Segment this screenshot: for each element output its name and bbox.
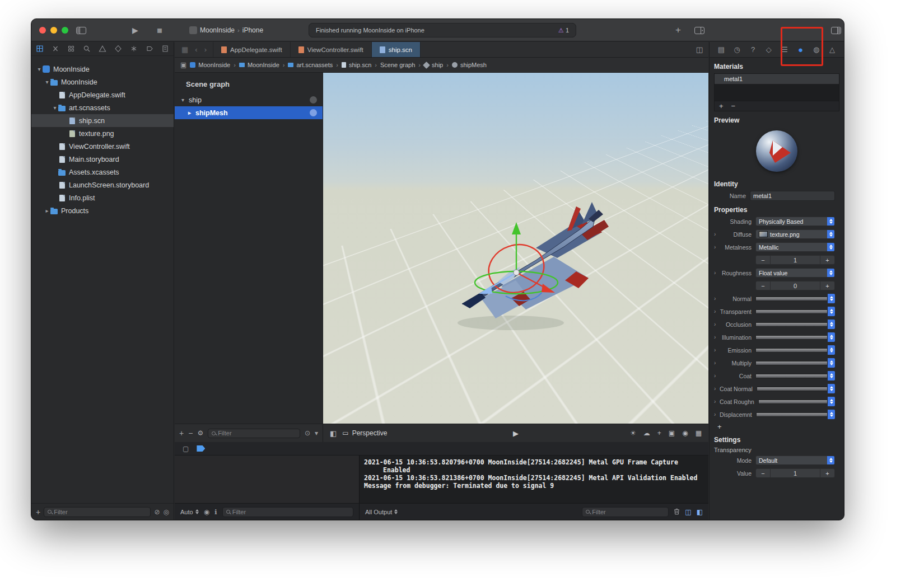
coat-roughness-control[interactable] [758, 397, 835, 406]
disclosure-icon[interactable]: › [714, 270, 720, 276]
breadcrumb-item[interactable]: ship.scn [342, 62, 371, 68]
navigator-filter-field[interactable]: Filter [44, 507, 151, 517]
related-items-icon[interactable]: ▣ [180, 61, 186, 69]
scene-node-ship[interactable]: ▾ ship [175, 93, 323, 106]
toggle-console-view-icon[interactable]: ◧ [697, 508, 703, 516]
add-property-button[interactable]: + [717, 422, 844, 431]
transparency-value-stepper[interactable]: − 1 + [755, 468, 835, 478]
increment-button[interactable]: + [820, 281, 834, 290]
breakpoints-toggle-icon[interactable] [197, 445, 205, 452]
navigator-tab-debug[interactable] [130, 45, 138, 53]
coat-normal-control[interactable] [757, 384, 835, 393]
disclosure-icon[interactable]: › [714, 411, 720, 417]
tree-row-file[interactable]: texture.png [31, 127, 174, 140]
navigator-tab-tests[interactable] [114, 45, 122, 53]
variables-scope-popup[interactable]: Auto [180, 509, 199, 515]
tree-row-file[interactable]: Main.storyboard [31, 153, 174, 166]
metalness-popup[interactable]: Metallic [755, 242, 835, 252]
navigator-tab-issues[interactable] [99, 45, 106, 53]
editor-options-button[interactable] [694, 19, 704, 41]
material-name-field[interactable]: metal1 [750, 191, 835, 201]
quicklook-icon[interactable]: ◉ [204, 508, 209, 516]
navigator-tab-source-control[interactable] [52, 45, 59, 53]
breadcrumb-item[interactable]: MoonInside [190, 62, 230, 68]
warning-badge[interactable]: ⚠ 1 [558, 27, 569, 34]
disclosure-icon[interactable]: › [714, 308, 720, 314]
disclosure-icon[interactable]: › [714, 334, 720, 340]
scene-inspector-icon[interactable]: ◍ [811, 45, 822, 54]
file-inspector-icon[interactable]: ▤ [716, 45, 726, 54]
disclosure-icon[interactable]: ▾ [52, 105, 58, 111]
variables-filter-field[interactable]: Filter [222, 507, 353, 517]
grid-icon[interactable]: ▦ [696, 429, 702, 437]
variables-view-icon[interactable]: ▢ [183, 445, 189, 453]
disclosure-icon[interactable]: › [714, 244, 720, 250]
camera-selector[interactable]: ▭ Perspective [342, 429, 387, 437]
navigator-tab-find[interactable] [83, 45, 91, 53]
remove-material-button[interactable]: − [731, 102, 736, 110]
activity-status-bar[interactable]: Finished running MoonInside on iPhone ⚠ … [309, 23, 576, 37]
tree-row-file[interactable]: Info.plist [31, 191, 174, 204]
decrement-button[interactable]: − [756, 256, 771, 264]
materials-list-empty-area[interactable] [715, 84, 839, 101]
multiply-control[interactable] [755, 358, 835, 368]
filter-option-icon[interactable]: ⊙ [305, 429, 310, 437]
variables-view[interactable] [175, 455, 360, 503]
disclosure-icon[interactable]: › [714, 360, 720, 366]
source-control-filter-icon[interactable]: ◎ [164, 508, 169, 516]
navigator-tab-breakpoints[interactable] [146, 45, 153, 53]
toggle-left-sidebar-button[interactable] [76, 19, 86, 41]
add-editor-button[interactable]: ◫ [690, 42, 708, 57]
scene-graph-filter-field[interactable]: Filter [208, 429, 300, 438]
lighting-icon[interactable]: ☀ [630, 429, 636, 437]
physics-inspector-icon[interactable]: △ [827, 45, 837, 54]
decrement-button[interactable]: − [756, 469, 771, 477]
zoom-button[interactable] [62, 27, 68, 34]
attributes-inspector-icon[interactable]: ☰ [780, 45, 790, 54]
tab-viewcontroller[interactable]: ViewController.swift [290, 42, 372, 57]
scene-node-shipmesh[interactable]: ▸ shipMesh [175, 106, 323, 119]
disclosure-icon[interactable]: › [714, 347, 720, 353]
disclosure-icon[interactable]: › [714, 231, 720, 237]
shading-popup[interactable]: Physically Based [755, 217, 835, 226]
transparency-mode-popup[interactable]: Default [755, 455, 835, 465]
disclosure-icon[interactable]: › [714, 373, 720, 379]
increment-button[interactable]: + [820, 256, 834, 264]
roughness-popup[interactable]: Float value [755, 268, 835, 278]
quick-help-inspector-icon[interactable]: ? [748, 45, 758, 54]
material-inspector-icon[interactable]: ● [795, 45, 805, 54]
disclosure-icon[interactable]: ▸ [188, 110, 195, 116]
navigator-tab-project[interactable] [36, 45, 44, 53]
disclosure-icon[interactable]: ▸ [44, 208, 50, 214]
scheme-selector[interactable]: MoonInside › iPhone [189, 19, 263, 41]
tree-row-file-selected[interactable]: ship.scn [31, 114, 174, 127]
tree-row-file[interactable]: AppDelegate.swift [31, 88, 174, 101]
gizmo-icon[interactable]: + [657, 429, 661, 437]
breadcrumb-item[interactable]: Scene graph [380, 62, 415, 68]
tab-overview-icon[interactable]: ▦ [181, 45, 188, 54]
tab-appdelegate[interactable]: AppDelegate.swift [213, 42, 291, 57]
run-button[interactable]: ▶ [132, 19, 138, 41]
gradient-bar[interactable] [758, 400, 828, 404]
tree-row-group[interactable]: ▾ MoonInside [31, 76, 174, 88]
disclosure-icon[interactable]: ▾ [44, 79, 50, 85]
disclosure-icon[interactable]: › [714, 398, 720, 405]
scene-viewport[interactable] [323, 73, 708, 424]
console-output[interactable]: 2021-06-15 10:36:53.820796+0700 MoonInsi… [360, 455, 708, 503]
gradient-bar[interactable] [755, 348, 828, 353]
remove-node-button[interactable]: − [188, 429, 193, 438]
gear-icon[interactable]: ⚙ [197, 429, 203, 437]
breadcrumb-item[interactable]: MoonInside [239, 62, 279, 68]
tab-ship-scn[interactable]: ship.scn [371, 42, 421, 57]
close-button[interactable] [39, 27, 46, 34]
console-output-popup[interactable]: All Output [365, 509, 398, 515]
disclosure-icon[interactable]: ▾ [36, 66, 43, 72]
recent-files-filter-icon[interactable]: ⊘ [154, 508, 160, 516]
diffuse-popup[interactable]: texture.png [755, 229, 835, 239]
navigator-tab-symbols[interactable] [67, 45, 75, 53]
add-file-button[interactable]: + [36, 508, 40, 516]
gradient-bar[interactable] [755, 361, 828, 365]
tree-row-file[interactable]: LaunchScreen.storyboard [31, 179, 174, 191]
illumination-control[interactable] [755, 332, 835, 342]
gradient-bar[interactable] [755, 309, 828, 314]
